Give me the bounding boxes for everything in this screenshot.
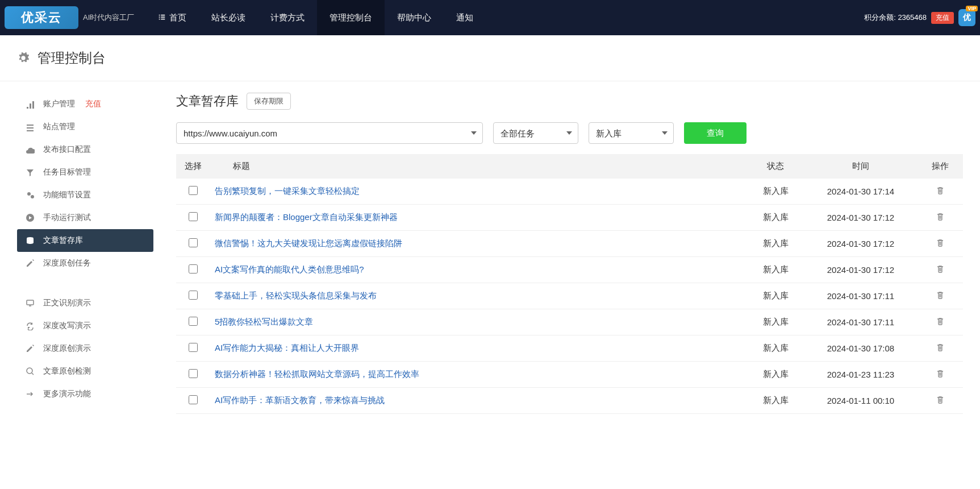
row-time: 2024-01-30 17:12: [804, 231, 918, 257]
nav-label: 帮助中心: [397, 13, 431, 23]
row-status: 新入库: [747, 205, 804, 231]
row-time: 2024-01-30 17:14: [804, 179, 918, 205]
db-icon: [25, 236, 35, 245]
list-icon: [158, 13, 166, 23]
row-checkbox[interactable]: [189, 291, 198, 300]
col-select: 选择: [176, 154, 210, 179]
nav-item-5[interactable]: 通知: [444, 0, 486, 35]
trash-icon[interactable]: [936, 317, 945, 326]
sidebar-item-7[interactable]: 深度原创任务: [17, 252, 153, 275]
row-status: 新入库: [747, 335, 804, 362]
trash-icon[interactable]: [936, 369, 945, 378]
bars-icon: [25, 100, 35, 109]
nav-label: 站长必读: [211, 13, 245, 23]
logo-icon: 优采云: [5, 6, 78, 29]
sidebar-item-2[interactable]: 发布接口配置: [17, 138, 153, 161]
sidebar-badge: 充值: [85, 99, 101, 109]
trash-icon[interactable]: [936, 395, 945, 404]
sidebar-item-0[interactable]: 账户管理充值: [17, 93, 153, 115]
row-time: 2024-01-30 17:12: [804, 257, 918, 283]
row-checkbox[interactable]: [189, 395, 198, 404]
sidebar-item-6[interactable]: 文章暂存库: [17, 229, 153, 252]
row-checkbox[interactable]: [189, 212, 198, 221]
nav-item-4[interactable]: 帮助中心: [385, 0, 444, 35]
sidebar-item-label: 发布接口配置: [43, 144, 91, 155]
sidebar-item-12[interactable]: 文章原创检测: [17, 360, 153, 383]
vip-badge: VIP: [966, 6, 978, 11]
query-button[interactable]: 查询: [684, 122, 747, 144]
article-link[interactable]: 零基础上手，轻松实现头条信息采集与发布: [215, 291, 377, 300]
sidebar-item-label: 手动运行测试: [43, 213, 91, 223]
sidebar-item-1[interactable]: 站点管理: [17, 115, 153, 138]
points-balance: 积分余额: 2365468: [864, 13, 927, 23]
status-select[interactable]: 新入库: [589, 122, 674, 144]
col-action: 操作: [918, 154, 963, 179]
sidebar-item-label: 正文识别演示: [43, 298, 91, 308]
search-icon: [25, 367, 35, 376]
article-link[interactable]: AI写作能力大揭秘：真相让人大开眼界: [215, 343, 359, 353]
recharge-button[interactable]: 充值: [931, 12, 954, 24]
sidebar-item-label: 更多演示功能: [43, 389, 91, 399]
trash-icon[interactable]: [936, 186, 945, 195]
row-checkbox[interactable]: [189, 264, 198, 273]
retention-button[interactable]: 保存期限: [247, 93, 291, 110]
trash-icon[interactable]: [936, 291, 945, 300]
table-row: AI写作能力大揭秘：真相让人大开眼界新入库2024-01-30 17:08: [176, 335, 963, 362]
article-link[interactable]: AI写作助手：革新语文教育，带来惊喜与挑战: [215, 395, 385, 405]
article-link[interactable]: 新闻界的颠覆者：Blogger文章自动采集更新神器: [215, 212, 398, 222]
row-status: 新入库: [747, 283, 804, 309]
content-title: 文章暂存库: [176, 93, 239, 110]
sidebar-item-5[interactable]: 手动运行测试: [17, 206, 153, 229]
monitor-icon: [25, 299, 35, 308]
article-link[interactable]: 微信警惕！这九大关键发现让您远离虚假链接陷阱: [215, 238, 402, 248]
topbar-right: 积分余额: 2365468 充值 优 VIP: [864, 9, 975, 26]
sidebar-item-10[interactable]: 深度改写演示: [17, 314, 153, 337]
trash-icon[interactable]: [936, 264, 945, 273]
task-select[interactable]: 全部任务: [493, 122, 578, 144]
table-row: AI文案写作真的能取代人类创意思维吗?新入库2024-01-30 17:12: [176, 257, 963, 283]
nav-item-0[interactable]: 首页: [145, 0, 199, 35]
trash-icon[interactable]: [936, 343, 945, 352]
article-link[interactable]: AI文案写作真的能取代人类创意思维吗?: [215, 264, 364, 274]
site-select[interactable]: https://www.ucaiyun.com: [176, 122, 483, 144]
nav-item-2[interactable]: 计费方式: [258, 0, 317, 35]
table-row: 微信警惕！这九大关键发现让您远离虚假链接陷阱新入库2024-01-30 17:1…: [176, 231, 963, 257]
row-checkbox[interactable]: [189, 343, 198, 352]
row-time: 2024-01-23 11:23: [804, 362, 918, 388]
brand[interactable]: 优采云 AI时代内容工厂: [5, 6, 134, 29]
nav-item-3[interactable]: 管理控制台: [317, 0, 385, 35]
table-row: 5招教你轻松写出爆款文章新入库2024-01-30 17:11: [176, 309, 963, 335]
edit-icon: [25, 259, 35, 268]
sidebar-item-3[interactable]: 任务目标管理: [17, 161, 153, 184]
sidebar-item-label: 账户管理: [43, 99, 75, 109]
sidebar-item-9[interactable]: 正文识别演示: [17, 292, 153, 314]
table-row: 新闻界的颠覆者：Blogger文章自动采集更新神器新入库2024-01-30 1…: [176, 205, 963, 231]
filter-icon: [25, 168, 35, 177]
row-status: 新入库: [747, 362, 804, 388]
sidebar-item-13[interactable]: 更多演示功能: [17, 383, 153, 405]
trash-icon[interactable]: [936, 238, 945, 247]
row-status: 新入库: [747, 309, 804, 335]
article-link[interactable]: 5招教你轻松写出爆款文章: [215, 317, 313, 326]
gear-icon: [17, 52, 30, 64]
filters: https://www.ucaiyun.com 全部任务 新入库 查询: [176, 122, 963, 144]
article-link[interactable]: 告别繁琐复制，一键采集文章轻松搞定: [215, 186, 360, 196]
row-checkbox[interactable]: [189, 238, 198, 247]
article-link[interactable]: 数据分析神器！轻松抓取网站文章源码，提高工作效率: [215, 369, 419, 379]
row-checkbox[interactable]: [189, 186, 198, 195]
sliders-icon: [25, 122, 35, 131]
row-time: 2024-01-30 17:11: [804, 309, 918, 335]
row-checkbox[interactable]: [189, 317, 198, 326]
trash-icon[interactable]: [936, 212, 945, 221]
vip-avatar-text: 优: [963, 13, 971, 23]
sidebar: 账户管理充值站点管理发布接口配置任务目标管理功能细节设置手动运行测试文章暂存库深…: [17, 93, 153, 414]
vip-avatar[interactable]: 优 VIP: [958, 9, 975, 26]
nav-label: 管理控制台: [330, 13, 372, 23]
sidebar-item-11[interactable]: 深度原创演示: [17, 337, 153, 360]
nav-item-1[interactable]: 站长必读: [199, 0, 258, 35]
col-status: 状态: [747, 154, 804, 179]
play-icon: [25, 213, 35, 222]
article-table: 选择 标题 状态 时间 操作 告别繁琐复制，一键采集文章轻松搞定新入库2024-…: [176, 154, 963, 414]
row-checkbox[interactable]: [189, 369, 198, 378]
sidebar-item-4[interactable]: 功能细节设置: [17, 184, 153, 206]
